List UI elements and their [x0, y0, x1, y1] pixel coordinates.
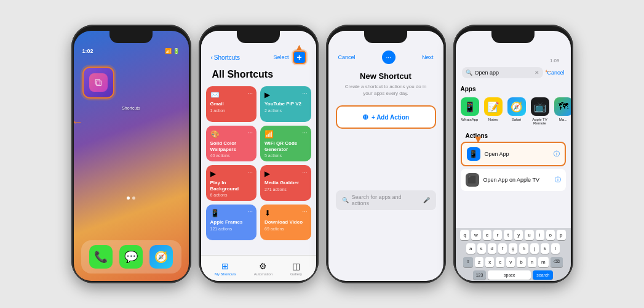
phone1-notch [109, 31, 153, 43]
keyboard-row-4: 123 space search [456, 269, 571, 281]
shortcuts-app-icon[interactable]: ⧉ [82, 67, 114, 99]
key-a[interactable]: a [466, 243, 475, 254]
plus-button[interactable]: + ▲ [293, 51, 306, 64]
add-action-button[interactable]: ⊕ + Add Action [336, 105, 436, 129]
new-shortcut-subtitle: Create a shortcut to actions you do in y… [328, 83, 443, 103]
tab-automation[interactable]: ⚙ Automation [254, 261, 272, 276]
key-q[interactable]: q [460, 230, 469, 240]
key-i[interactable]: i [536, 230, 544, 240]
search-input-bar[interactable]: 🔍 Open app ✕ [462, 67, 544, 78]
app-whatsapp[interactable]: 📱 WhatsApp [461, 97, 479, 125]
phone1-screen: 1:02 📶 🔋 ⧉ ← Shortcuts [74, 31, 189, 281]
key-u[interactable]: u [525, 230, 533, 240]
shortcut-youtube[interactable]: ··· ▶ YouTube PiP V2 2 actions [260, 86, 311, 122]
phone3: Cancel ··· Next New Shortcut Create a sh… [326, 25, 446, 283]
safari-icon: 🧭 [507, 97, 526, 116]
add-action-icon: ⊕ [362, 113, 368, 121]
dock-safari-icon[interactable]: 🧭 [149, 245, 173, 269]
nav-actions: Select + ▲ [273, 51, 306, 64]
key-v[interactable]: v [506, 257, 515, 267]
phone2-wrapper: ‹ Shortcuts Select + ▲ All Shortcuts [199, 25, 319, 283]
dock-phone-icon[interactable]: 📞 [89, 245, 113, 269]
phone3-notch [364, 31, 407, 43]
action-open-app[interactable]: ▼ 📱 Open App ⓘ [461, 142, 566, 166]
all-shortcuts-title: All Shortcuts [207, 67, 310, 84]
key-y[interactable]: y [514, 230, 523, 240]
key-w[interactable]: w [471, 230, 481, 240]
phone4-notch [491, 31, 535, 43]
action-open-app-tv[interactable]: ⬛ Open App on Apple TV ⓘ [461, 169, 566, 191]
key-g[interactable]: g [509, 243, 517, 254]
phone2-notch [237, 31, 280, 43]
key-p[interactable]: p [557, 230, 565, 240]
key-o[interactable]: o [546, 230, 555, 240]
dock-messages-icon[interactable]: 💬 [119, 245, 143, 269]
key-t[interactable]: t [504, 230, 512, 240]
keyboard-row-3: ⇧ z x c v b n m ⌫ [456, 255, 571, 269]
tab-gallery[interactable]: ◫ Gallery [290, 261, 302, 276]
tab-bar: ⊞ My Shortcuts ⚙ Automation ◫ Gallery [201, 255, 316, 281]
page-dots [74, 197, 189, 200]
key-h[interactable]: h [519, 243, 528, 254]
more-options-button[interactable]: ··· [382, 51, 396, 64]
phone4: 1:09 🔍 Open app ✕ Cancel ← Apps [453, 25, 573, 283]
key-s[interactable]: s [477, 243, 486, 254]
key-delete[interactable]: ⌫ [551, 257, 563, 267]
next-button[interactable]: Next [422, 54, 434, 60]
shortcut-download-video[interactable]: ··· ⬇ Download Video 69 actions [260, 205, 311, 240]
key-d[interactable]: d [488, 243, 496, 254]
select-button[interactable]: Select [273, 54, 288, 60]
phone1-time: 1:02 [82, 48, 93, 54]
actions-section: Actions ▼ 📱 Open App ⓘ ⬛ Open App on App… [456, 130, 571, 191]
shortcut-media-grabber[interactable]: ··· ▶ Media Grabber 271 actions [260, 165, 311, 201]
shortcut-gmail[interactable]: ··· ✉️ Gmail 1 action [206, 86, 257, 122]
key-x[interactable]: x [485, 257, 494, 267]
app-notes[interactable]: 📝 Notes [484, 97, 503, 125]
tab-my-shortcuts[interactable]: ⊞ My Shortcuts [215, 261, 236, 276]
key-f[interactable]: f [498, 243, 507, 254]
phone3-nav: Cancel ··· Next [335, 48, 437, 67]
app-safari[interactable]: 🧭 Safari [507, 97, 526, 125]
phone4-screen: 1:09 🔍 Open app ✕ Cancel ← Apps [456, 31, 571, 281]
phone1-indicators: 📶 🔋 [165, 48, 180, 54]
shortcut-play-background[interactable]: ··· ▶ Play In Background 6 actions [206, 165, 257, 201]
phones-container: 1:02 📶 🔋 ⧉ ← Shortcuts [65, 18, 579, 290]
cancel-button[interactable]: Cancel [338, 54, 356, 60]
plus-arrow-indicator: ▲ [295, 42, 304, 52]
dock: 📞 💬 🧭 [81, 240, 181, 274]
key-space[interactable]: space [488, 270, 531, 280]
shortcuts-icon: ⧉ [89, 73, 108, 92]
phone3-screen: Cancel ··· Next New Shortcut Create a sh… [328, 31, 443, 281]
mic-icon: 🎤 [423, 197, 430, 203]
key-shift[interactable]: ⇧ [463, 257, 473, 267]
appletv-icon: 📺 [531, 97, 549, 116]
arrow-right-indicator: ← [544, 65, 554, 76]
clear-button[interactable]: ✕ [535, 70, 539, 76]
back-button[interactable]: ‹ Shortcuts [211, 54, 241, 61]
key-123[interactable]: 123 [473, 270, 487, 280]
key-l[interactable]: l [551, 243, 560, 254]
keyboard-row-2: a s d f g h j k l [456, 241, 571, 255]
key-e[interactable]: e [483, 230, 491, 240]
shortcut-wallpapers[interactable]: ··· 🎨 Solid Color Wallpapers 40 actions [206, 126, 257, 161]
key-j[interactable]: j [530, 243, 539, 254]
shortcuts-app-label: Shortcuts [74, 106, 189, 110]
key-z[interactable]: z [475, 257, 483, 267]
app-maps[interactable]: 🗺 Ma... [554, 97, 571, 125]
shortcut-apple-frames[interactable]: ··· 📱 Apple Frames 121 actions [206, 205, 257, 240]
shortcut-wifi[interactable]: ··· 📶 WiFi QR Code Generator 5 actions [260, 126, 311, 161]
app-appletv[interactable]: 📺 Apple TV Remote [531, 97, 549, 125]
key-r[interactable]: r [493, 230, 502, 240]
apps-section-title: Apps [456, 83, 571, 95]
phone2-screen: ‹ Shortcuts Select + ▲ All Shortcuts [201, 31, 316, 281]
key-c[interactable]: c [496, 257, 504, 267]
key-search[interactable]: search [533, 270, 553, 280]
key-n[interactable]: n [528, 257, 536, 267]
key-m[interactable]: m [538, 257, 549, 267]
phone4-wrapper: 1:09 🔍 Open app ✕ Cancel ← Apps [453, 25, 573, 283]
phone2-nav: ‹ Shortcuts Select + ▲ [207, 48, 310, 67]
key-k[interactable]: k [541, 243, 549, 254]
search-placeholder: Search for apps and actions [352, 194, 420, 206]
key-b[interactable]: b [517, 257, 525, 267]
search-bar[interactable]: 🔍 Search for apps and actions 🎤 [336, 190, 436, 210]
